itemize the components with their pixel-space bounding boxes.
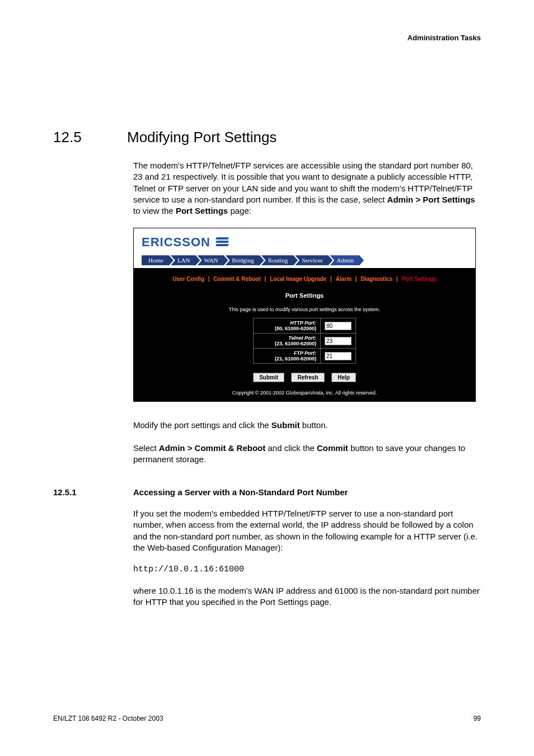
http-port-input[interactable] [325,322,352,330]
logo-stripes-icon [216,237,228,247]
after-paragraph-2: Select Admin > Commit & Reboot and click… [133,443,481,466]
telnet-port-cell [321,334,356,349]
page-header: Administration Tasks [53,34,481,42]
footer-left: EN/LZT 108 6492 R2 - October 2003 [53,715,163,722]
ftp-port-label: FTP Port:(21, 61000-62000) [254,349,321,364]
logo-area: ERICSSON [134,228,475,252]
after-paragraph-1: Modify the port settings and click the S… [133,420,481,431]
after1-pre: Modify the port settings and click the [133,420,271,430]
intro-mid: to view the [133,206,176,215]
panel-dark-area: User Config | Commit & Reboot | Local Im… [134,268,475,401]
section-heading: Modifying Port Settings [127,129,277,146]
intro-bold-1: Admin > Port Settings [387,195,475,204]
help-button[interactable]: Help [331,373,356,382]
subnav-local-image[interactable]: Local Image Upgrade [270,276,326,282]
button-row: Submit Refresh Help [138,372,471,382]
nav-home[interactable]: Home [142,255,174,265]
nav-tabs: Home LAN WAN Bridging Routing Services A… [134,252,475,268]
subnav-diagnostics[interactable]: Diagnostics [360,276,392,282]
nav-admin[interactable]: Admin [330,255,364,265]
footer-page-number: 99 [474,715,481,722]
table-row: FTP Port:(21, 61000-62000) [254,349,356,364]
nav-services[interactable]: Services [295,255,332,265]
telnet-port-input[interactable] [325,337,352,345]
subsection-number: 12.5.1 [53,487,133,497]
refresh-button[interactable]: Refresh [291,373,324,382]
telnet-port-label: Telnet Port:(23, 61000-62000) [254,334,321,349]
subsection-row: 12.5.1 Accessing a Server with a Non-Sta… [53,487,481,497]
embedded-screenshot: ERICSSON Home LAN WAN Bridging Routing S… [133,228,476,402]
after2-bold2: Commit [317,443,348,453]
after1-bold: Submit [271,420,300,430]
nav-lan[interactable]: LAN [171,255,200,265]
port-settings-table: HTTP Port:(80, 61000-62000) Telnet Port:… [253,318,356,364]
intro-bold-2: Port Settings [176,206,228,215]
after2-pre: Select [133,443,159,453]
after1-post: button. [300,420,328,430]
page-footer: EN/LZT 108 6492 R2 - October 2003 99 [53,715,481,722]
subnav-alarm[interactable]: Alarm [336,276,352,282]
panel-title: Port Settings [138,292,471,299]
section-title-row: 12.5 Modifying Port Settings [53,129,481,146]
ftp-port-cell [321,349,356,364]
section-number: 12.5 [53,129,127,146]
sub-nav: User Config | Commit & Reboot | Local Im… [138,276,471,282]
http-port-label: HTTP Port:(80, 61000-62000) [254,318,321,334]
intro-paragraph: The modem's HTTP/Telnet/FTP services are… [133,160,481,217]
panel-description: This page is used to modify various port… [138,307,471,312]
table-row: Telnet Port:(23, 61000-62000) [254,334,356,349]
copyright-text: Copyright © 2001-2002 GlobespanVirata, I… [138,390,471,396]
submit-button[interactable]: Submit [253,373,284,382]
table-row: HTTP Port:(80, 61000-62000) [254,318,356,334]
subsection-paragraph-2: where 10.0.1.16 is the modem's WAN IP ad… [133,585,481,608]
subnav-commit-reboot[interactable]: Commit & Reboot [213,276,260,282]
subsection-heading: Accessing a Server with a Non-Standard P… [133,487,348,497]
logo-text: ERICSSON [142,235,210,250]
intro-end: page: [228,206,251,215]
after2-mid: and click the [265,443,317,453]
ftp-port-input[interactable] [325,352,352,360]
subnav-user-config[interactable]: User Config [172,276,204,282]
code-example: http://10.0.1.16:61000 [133,565,481,574]
subnav-port-settings[interactable]: Port Settings [401,276,436,282]
nav-wan[interactable]: WAN [198,255,228,265]
nav-routing[interactable]: Routing [261,255,298,265]
after2-bold1: Admin > Commit & Reboot [159,443,265,453]
nav-bridging[interactable]: Bridging [226,255,264,265]
subsection-paragraph: If you set the modem's embedded HTTP/Tel… [133,508,481,553]
http-port-cell [321,318,356,334]
